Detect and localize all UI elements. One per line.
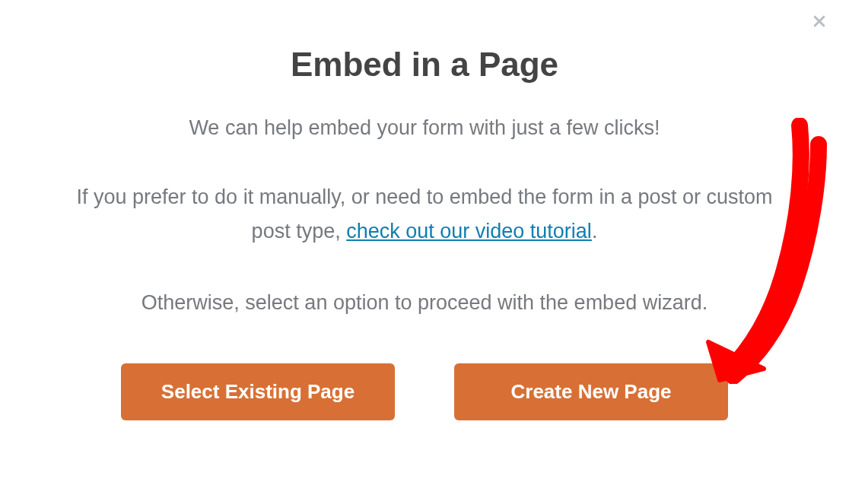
modal-subtitle: We can help embed your form with just a …	[72, 113, 777, 144]
paragraph-tail: .	[592, 220, 598, 242]
modal-final-text: Otherwise, select an option to proceed w…	[72, 286, 777, 321]
close-icon	[812, 14, 827, 29]
modal-title: Embed in a Page	[72, 46, 777, 84]
annotation-arrow-icon	[666, 118, 834, 384]
modal-paragraph: If you prefer to do it manually, or need…	[72, 180, 777, 250]
create-new-page-button[interactable]: Create New Page	[454, 363, 728, 420]
select-existing-page-button[interactable]: Select Existing Page	[121, 363, 395, 420]
embed-modal: Embed in a Page We can help embed your f…	[0, 0, 849, 504]
video-tutorial-link[interactable]: check out our video tutorial	[346, 220, 592, 242]
button-row: Select Existing Page Create New Page	[72, 363, 777, 420]
close-button[interactable]	[809, 11, 830, 32]
